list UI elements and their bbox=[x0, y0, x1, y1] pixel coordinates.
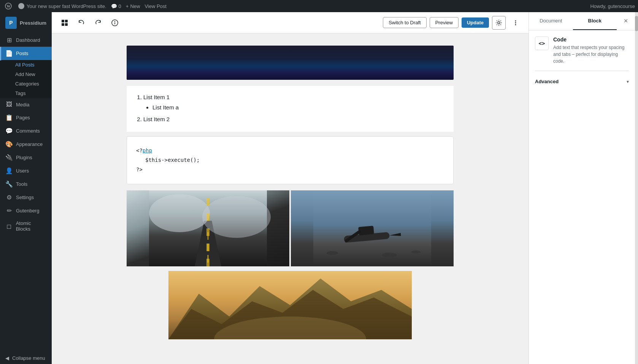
svg-point-8 bbox=[115, 21, 115, 22]
sidebar-label-atomic-blocks: Atomic Blocks bbox=[16, 220, 46, 232]
sidebar-item-settings[interactable]: ⚙ Settings bbox=[0, 191, 52, 204]
gallery-image-road bbox=[127, 190, 289, 266]
site-icon bbox=[18, 3, 24, 9]
sidebar-item-pages[interactable]: 📋 Pages bbox=[0, 111, 52, 124]
sidebar-item-comments[interactable]: 💬 Comments bbox=[0, 124, 52, 138]
posts-submenu: All Posts Add New Categories Tags bbox=[0, 60, 52, 98]
pages-icon: 📋 bbox=[5, 114, 13, 121]
editor-area: Switch to Draft Preview Update bbox=[52, 12, 528, 364]
sidebar-label-dashboard: Dashboard bbox=[16, 37, 40, 43]
redo-button[interactable] bbox=[91, 16, 105, 30]
panel-close-button[interactable]: × bbox=[617, 12, 635, 30]
gallery-image-wreck bbox=[291, 190, 454, 266]
block-info: <> Code Add text that respects your spac… bbox=[535, 36, 629, 65]
main-layout: P Pressidium ⊞ Dashboard 📄 Posts All Pos… bbox=[0, 12, 638, 364]
undo-button[interactable] bbox=[75, 16, 88, 30]
code-line-php: <?php bbox=[136, 147, 152, 154]
submenu-tags[interactable]: Tags bbox=[0, 89, 52, 98]
update-button[interactable]: Update bbox=[462, 17, 489, 28]
brand: P Pressidium bbox=[0, 12, 52, 33]
svg-point-9 bbox=[498, 22, 500, 24]
collapse-menu[interactable]: ◀ Collapse menu bbox=[0, 352, 52, 364]
sidebar-item-posts[interactable]: 📄 Posts bbox=[0, 47, 52, 60]
sidebar-label-gutenberg: Gutenberg bbox=[16, 208, 39, 214]
switch-draft-button[interactable]: Switch to Draft bbox=[383, 17, 427, 28]
media-icon: 🖼 bbox=[5, 101, 13, 108]
new-menu[interactable]: + New bbox=[126, 3, 140, 9]
info-button[interactable] bbox=[108, 16, 122, 30]
sidebar-label-appearance: Appearance bbox=[16, 141, 43, 147]
more-button[interactable] bbox=[509, 16, 522, 30]
list-item-1: List Item 1 List Item a bbox=[143, 92, 444, 112]
comments-count: 0 bbox=[119, 3, 121, 9]
admin-greeting: Howdy, gutencourse bbox=[590, 3, 635, 9]
sidebar-label-tools: Tools bbox=[16, 181, 27, 187]
preview-button[interactable]: Preview bbox=[430, 17, 459, 28]
tools-icon: 🔧 bbox=[5, 180, 13, 188]
list-block[interactable]: List Item 1 List Item a List Item 2 bbox=[127, 86, 454, 132]
panel-scroll-thumb[interactable] bbox=[635, 16, 638, 31]
svg-point-11 bbox=[515, 22, 516, 23]
sidebar-label-plugins: Plugins bbox=[16, 155, 32, 160]
dashboard-icon: ⊞ bbox=[5, 36, 13, 44]
svg-point-27 bbox=[411, 250, 421, 253]
svg-rect-4 bbox=[62, 23, 64, 26]
submenu-all-posts[interactable]: All Posts bbox=[0, 60, 52, 70]
admin-bar: W Your new super fast WordPress site. 💬 … bbox=[0, 0, 638, 12]
sidebar-item-tools[interactable]: 🔧 Tools bbox=[0, 177, 52, 191]
svg-rect-3 bbox=[65, 20, 68, 22]
tab-block[interactable]: Block bbox=[573, 12, 617, 30]
sidebar-label-media: Media bbox=[16, 102, 29, 108]
advanced-label: Advanced bbox=[535, 79, 559, 84]
code-block[interactable]: <?php $this->execute(); ?> bbox=[127, 136, 454, 184]
add-block-button[interactable] bbox=[58, 16, 71, 30]
sidebar-label-posts: Posts bbox=[16, 51, 29, 56]
settings-button[interactable] bbox=[492, 16, 506, 30]
svg-rect-5 bbox=[65, 23, 68, 26]
submenu-add-new[interactable]: Add New bbox=[0, 70, 52, 79]
site-info[interactable]: Your new super fast WordPress site. bbox=[18, 3, 106, 9]
atomic-blocks-icon: ◻ bbox=[5, 223, 13, 230]
comments-link[interactable]: 💬 0 bbox=[111, 3, 121, 9]
sidebar-item-media[interactable]: 🖼 Media bbox=[0, 98, 52, 111]
svg-point-25 bbox=[327, 251, 338, 255]
code-line-close: ?> bbox=[136, 166, 143, 173]
svg-rect-23 bbox=[358, 226, 374, 235]
svg-point-19 bbox=[202, 196, 271, 238]
gutenberg-icon: ✏ bbox=[5, 207, 13, 214]
advanced-chevron-icon: ▾ bbox=[627, 79, 629, 84]
sidebar-item-gutenberg[interactable]: ✏ Gutenberg bbox=[0, 204, 52, 217]
dark-image-block bbox=[127, 46, 454, 80]
panel-content: <> Code Add text that respects your spac… bbox=[529, 30, 635, 364]
view-post-link[interactable]: View Post bbox=[144, 3, 167, 9]
comments-icon: 💬 bbox=[111, 3, 117, 9]
editor-content[interactable]: List Item 1 List Item a List Item 2 <?ph… bbox=[52, 33, 528, 364]
svg-point-18 bbox=[149, 194, 210, 232]
code-line-execute: $this->execute(); bbox=[136, 155, 444, 165]
block-description: Add text that respects your spacing and … bbox=[553, 44, 629, 65]
sidebar-item-atomic-blocks[interactable]: ◻ Atomic Blocks bbox=[0, 217, 52, 235]
toolbar-right: Switch to Draft Preview Update bbox=[383, 16, 522, 30]
sidebar-item-dashboard[interactable]: ⊞ Dashboard bbox=[0, 33, 52, 47]
tab-document[interactable]: Document bbox=[529, 12, 573, 30]
list-item-2: List Item 2 bbox=[143, 114, 444, 124]
sidebar-item-plugins[interactable]: 🔌 Plugins bbox=[0, 151, 52, 164]
sidebar-item-users[interactable]: 👤 Users bbox=[0, 164, 52, 177]
wp-logo-icon[interactable]: W bbox=[3, 3, 14, 9]
block-icon: <> bbox=[535, 36, 549, 50]
block-title: Code bbox=[553, 36, 629, 43]
svg-point-10 bbox=[515, 20, 516, 21]
sidebar-label-users: Users bbox=[16, 168, 29, 174]
collapse-label: Collapse menu bbox=[12, 355, 45, 361]
panel-scrollbar[interactable] bbox=[635, 12, 638, 364]
list-item-a: List Item a bbox=[152, 102, 444, 112]
editor-canvas: List Item 1 List Item a List Item 2 <?ph… bbox=[127, 46, 454, 352]
advanced-section: Advanced ▾ bbox=[535, 71, 629, 87]
advanced-header[interactable]: Advanced ▾ bbox=[535, 76, 629, 87]
svg-point-12 bbox=[515, 24, 516, 25]
sidebar-item-appearance[interactable]: 🎨 Appearance bbox=[0, 138, 52, 151]
brand-icon: P bbox=[5, 17, 17, 29]
editor-toolbar: Switch to Draft Preview Update bbox=[52, 12, 528, 33]
submenu-categories[interactable]: Categories bbox=[0, 79, 52, 89]
collapse-icon: ◀ bbox=[5, 355, 9, 361]
